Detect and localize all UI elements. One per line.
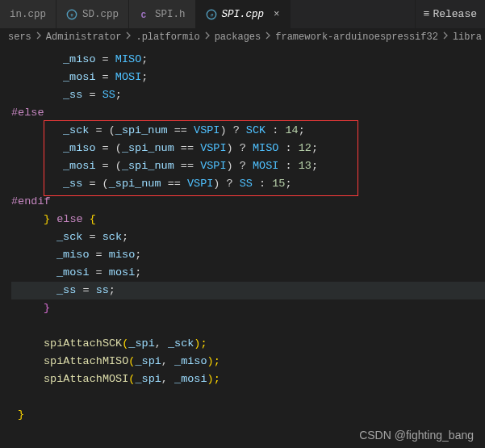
code-line: #endif xyxy=(11,193,485,211)
crumb[interactable]: libra xyxy=(453,31,482,43)
code-line: } xyxy=(11,299,485,317)
tab-sd-cpp[interactable]: ⧺ SD.cpp xyxy=(56,0,129,28)
code-line: _mosi = MOSI; xyxy=(11,69,485,86)
hamburger-icon: ≡ xyxy=(424,8,430,20)
code-line: } xyxy=(11,406,485,424)
crumb[interactable]: Administrator xyxy=(46,31,122,43)
code-line: _sck = (_spi_num == VSPI) ? SCK : 14; xyxy=(11,122,485,140)
blank-line xyxy=(11,317,485,335)
run-config-label: Release xyxy=(433,8,477,20)
tab-label: SD.cpp xyxy=(82,9,119,20)
code-line: _mosi = (_spi_num == VSPI) ? MOSI : 13; xyxy=(11,157,485,175)
code-line: _ss = ss; xyxy=(11,282,485,299)
chevron-right-icon xyxy=(203,31,211,43)
chevron-right-icon xyxy=(264,31,272,43)
chevron-right-icon xyxy=(441,31,449,43)
tab-label: SPI.cpp xyxy=(222,9,265,20)
tab-in-cpp[interactable]: in.cpp xyxy=(0,0,56,28)
code-line: #else xyxy=(11,104,485,122)
code-line: spiAttachSCK(_spi, _sck); xyxy=(11,335,485,353)
tab-label: in.cpp xyxy=(10,9,46,20)
tab-spi-cpp[interactable]: ⧺ SPI.cpp × xyxy=(196,0,291,28)
crumb[interactable]: sers xyxy=(8,31,31,43)
chevron-right-icon xyxy=(124,31,132,43)
svg-text:⧺: ⧺ xyxy=(209,11,213,18)
code-line: _mosi = mosi; xyxy=(11,264,485,282)
breadcrumb: sers Administrator .platformio packages … xyxy=(0,28,485,46)
code-line: _sck = sck; xyxy=(11,228,485,246)
close-icon[interactable]: × xyxy=(274,9,280,20)
blank-line xyxy=(11,388,485,406)
watermark: CSDN @fighting_bang xyxy=(359,429,474,442)
code-line: spiAttachMOSI(_spi, _mosi); xyxy=(11,371,485,388)
crumb[interactable]: .platformio xyxy=(136,31,199,43)
code-line: _miso = (_spi_num == VSPI) ? MISO : 12; xyxy=(11,140,485,157)
tab-bar: in.cpp ⧺ SD.cpp C SPI.h ⧺ SPI.cpp × ≡ Re… xyxy=(0,0,485,28)
crumb[interactable]: packages xyxy=(215,31,261,43)
tab-spi-h[interactable]: C SPI.h xyxy=(129,0,196,28)
code-line: _miso = miso; xyxy=(11,246,485,264)
cpp-icon: ⧺ xyxy=(66,9,77,20)
svg-text:⧺: ⧺ xyxy=(70,11,73,18)
chevron-right-icon xyxy=(35,31,43,43)
cpp-icon: ⧺ xyxy=(206,9,217,20)
code-line: _miso = MISO; xyxy=(11,51,485,69)
tab-label: SPI.h xyxy=(155,9,186,20)
crumb[interactable]: framework-arduinoespressif32 xyxy=(275,31,438,43)
code-line: _ss = SS; xyxy=(11,86,485,104)
code-line: spiAttachMISO(_spi, _miso); xyxy=(11,353,485,371)
code-line: _ss = (_spi_num == VSPI) ? SS : 15; xyxy=(11,175,485,193)
svg-text:C: C xyxy=(141,10,147,19)
code-editor[interactable]: _miso = MISO; _mosi = MOSI; _ss = SS; #e… xyxy=(0,46,485,424)
c-icon: C xyxy=(139,9,150,20)
run-config[interactable]: ≡ Release xyxy=(415,0,485,28)
code-line: } else { xyxy=(11,211,485,228)
